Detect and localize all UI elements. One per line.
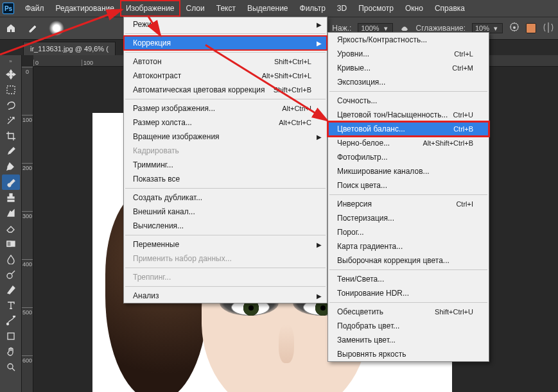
menu-item[interactable]: Выборочная коррекция цвета... [328, 253, 489, 268]
menu-окно[interactable]: Окно [399, 0, 429, 17]
menu-item[interactable]: Подобрать цвет... [328, 319, 489, 333]
submenu-arrow-icon: ▶ [317, 293, 322, 300]
adjustments-submenu[interactable]: Яркость/Контрастность...Уровни...Ctrl+LК… [327, 32, 489, 362]
submenu-arrow-icon: ▶ [317, 40, 322, 47]
menu-item[interactable]: Коррекция▶ [124, 36, 327, 50]
gear-icon[interactable] [509, 22, 519, 35]
menu-item[interactable]: Размер холста...Alt+Ctrl+C [124, 115, 327, 130]
symmetry-icon[interactable] [543, 22, 554, 35]
color-swatch[interactable] [526, 23, 536, 33]
menu-item[interactable]: Тонирование HDR... [328, 286, 489, 300]
document-tab[interactable]: ir_113631.jpg @ 49,6% ( [23, 42, 116, 55]
tool-lasso[interactable] [2, 98, 20, 113]
panel-expand-icon[interactable]: » [8, 56, 14, 65]
menu-item[interactable]: ОбесцветитьShift+Ctrl+U [328, 305, 489, 319]
menu-item: Треппинг... [124, 270, 327, 284]
brush-preview-icon[interactable] [49, 21, 64, 36]
menu-item[interactable]: Экспозиция... [328, 75, 489, 89]
ruler-vertical: 0100200300400500600 [22, 67, 33, 392]
chevron-down-icon: ▾ [492, 24, 500, 32]
menu-item: Применить набор данных... [124, 251, 327, 266]
image-menu[interactable]: Режим▶Коррекция▶АвтотонShift+Ctrl+LАвток… [123, 17, 327, 303]
tool-type[interactable] [2, 298, 20, 313]
submenu-arrow-icon: ▶ [317, 21, 322, 28]
tool-history[interactable] [2, 205, 20, 221]
svg-rect-3 [7, 241, 11, 246]
menu-item[interactable]: Цветовой тон/Насыщенность...Ctrl+U [328, 108, 489, 122]
tool-zoom[interactable] [2, 359, 20, 375]
svg-point-8 [8, 364, 13, 369]
menu-item[interactable]: Поиск цвета... [328, 178, 489, 192]
menu-item[interactable]: Кривые...Ctrl+M [328, 61, 489, 75]
menu-item[interactable]: АвтотонShift+Ctrl+L [124, 55, 327, 69]
menu-item[interactable]: Переменные▶ [124, 237, 327, 251]
menu-справка[interactable]: Справка [429, 0, 471, 17]
menu-item[interactable]: Автоматическая цветовая коррекцияShift+C… [124, 83, 327, 97]
menu-изображение[interactable]: Изображение [120, 0, 180, 17]
home-icon[interactable] [4, 21, 18, 35]
menu-item[interactable]: Показать все [124, 172, 327, 186]
menu-item[interactable]: Выровнять яркость [328, 347, 489, 361]
menu-item[interactable]: Карта градиента... [328, 239, 489, 253]
menu-item[interactable]: Размер изображения...Alt+Ctrl+I [124, 101, 327, 115]
menu-редактирование[interactable]: Редактирование [50, 0, 120, 17]
tool-gradient[interactable] [2, 236, 20, 251]
tool-preset-icon[interactable] [24, 21, 42, 36]
menu-item[interactable]: Внешний канал... [124, 205, 327, 219]
svg-rect-1 [7, 86, 15, 94]
tool-eyedrop[interactable] [2, 144, 20, 159]
tool-shape[interactable] [2, 328, 20, 344]
tool-brush[interactable] [2, 175, 20, 190]
tool-marquee[interactable] [2, 82, 20, 98]
menu-текст[interactable]: Текст [211, 0, 241, 17]
menu-item[interactable]: Черно-белое...Alt+Shift+Ctrl+B [328, 136, 489, 150]
svg-point-6 [13, 316, 15, 318]
menu-3d[interactable]: 3D [331, 0, 353, 17]
app-icon: Ps [3, 3, 14, 14]
menu-item[interactable]: Создать дубликат... [124, 191, 327, 205]
menu-фильтр[interactable]: Фильтр [294, 0, 331, 17]
menu-item[interactable]: Анализ▶ [124, 289, 327, 303]
menu-item[interactable]: Тримминг... [124, 158, 327, 172]
tool-blur[interactable] [2, 251, 20, 267]
menu-item[interactable]: Микширование каналов... [328, 164, 489, 178]
tool-dodge[interactable] [2, 267, 20, 282]
tool-hand[interactable] [2, 344, 20, 359]
menu-выделение[interactable]: Выделение [241, 0, 294, 17]
menu-просмотр[interactable]: Просмотр [353, 0, 399, 17]
menu-item[interactable]: Тени/Света... [328, 272, 489, 286]
smoothing-label: Сглаживание: [416, 24, 466, 33]
menu-item[interactable]: Постеризация... [328, 211, 489, 225]
menu-файл[interactable]: Файл [19, 0, 50, 17]
menu-item[interactable]: Режим▶ [124, 17, 327, 31]
tool-move[interactable] [2, 67, 20, 82]
tool-patch[interactable] [2, 159, 20, 175]
tool-crop[interactable] [2, 128, 20, 144]
menu-item[interactable]: ИнверсияCtrl+I [328, 197, 489, 211]
menu-слои[interactable]: Слои [180, 0, 211, 17]
svg-point-0 [513, 26, 516, 29]
menu-item[interactable]: АвтоконтрастAlt+Shift+Ctrl+L [124, 69, 327, 83]
submenu-arrow-icon: ▶ [317, 241, 322, 248]
menu-item[interactable]: Цветовой баланс...Ctrl+B [328, 122, 489, 136]
menu-item[interactable]: Заменить цвет... [328, 333, 489, 347]
svg-point-5 [6, 323, 8, 325]
pressure-label: Наж.: [332, 24, 351, 33]
svg-point-4 [7, 273, 12, 278]
menu-item[interactable]: Сочность... [328, 94, 489, 108]
menu-item[interactable]: Яркость/Контрастность... [328, 33, 489, 47]
tool-eraser[interactable] [2, 221, 20, 236]
tool-stamp[interactable] [2, 190, 20, 205]
menu-item: Кадрировать [124, 144, 327, 158]
menu-item[interactable]: Вычисления... [124, 219, 327, 233]
tool-panel: » [0, 55, 22, 392]
menu-item[interactable]: Вращение изображения▶ [124, 130, 327, 144]
tool-pen[interactable] [2, 282, 20, 298]
chevron-down-icon: ▾ [382, 24, 390, 32]
menu-item[interactable]: Порог... [328, 225, 489, 239]
menu-item[interactable]: Фотофильтр... [328, 150, 489, 164]
menu-bar: Ps ФайлРедактированиеИзображениеСлоиТекс… [0, 0, 558, 17]
tool-path[interactable] [2, 313, 20, 328]
menu-item[interactable]: Уровни...Ctrl+L [328, 47, 489, 61]
tool-wand[interactable] [2, 113, 20, 128]
